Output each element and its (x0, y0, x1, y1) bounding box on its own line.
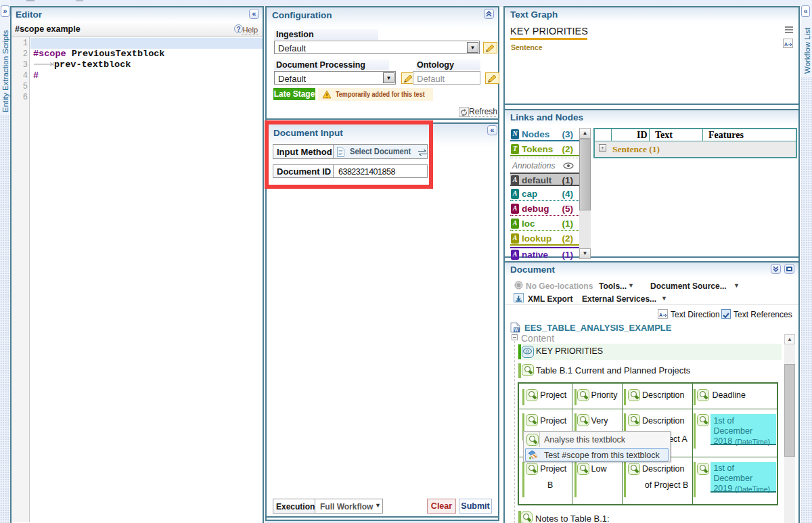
svg-text:W: W (514, 327, 519, 332)
svg-text:A: A (784, 42, 788, 47)
svg-text:A: A (659, 313, 662, 317)
